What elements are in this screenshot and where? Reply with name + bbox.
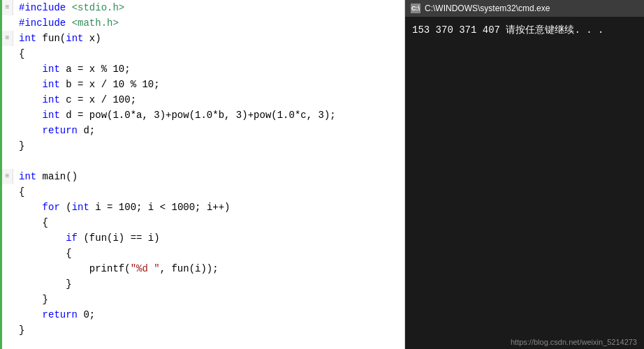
code-line-4: { [2,46,404,61]
code-editor: ≡ #include <stdio.h> #include <math.h> ≡… [0,0,405,349]
code-line-2: #include <math.h> [2,15,404,31]
code-line-22: } [2,322,404,338]
line-content-5: int a = x % 10; [13,61,131,77]
line-content-1: #include <stdio.h> [13,0,124,15]
code-line-18: printf("%d ", fun(i)); [2,261,404,276]
code-line-14: for (int i = 100; i < 1000; i++) [2,200,404,215]
terminal-body: 153 370 371 407 请按任意键继续. . . [405,17,644,335]
terminal-panel: C:\ C:\WINDOWS\system32\cmd.exe 153 370 … [405,0,644,349]
code-content: ≡ #include <stdio.h> #include <math.h> ≡… [0,0,404,349]
line-content-8: int d = pow(1.0*a, 3)+pow(1.0*b, 3)+pow(… [13,107,336,123]
line-content-21: return 0; [13,307,95,322]
terminal-icon: C:\ [411,3,420,13]
gutter-1: ≡ [2,0,13,15]
line-content-14: for (int i = 100; i < 1000; i++) [13,200,230,215]
line-content-16: if (fun(i) == i) [13,230,160,246]
code-line-16: if (fun(i) == i) [2,230,404,246]
line-content-6: int b = x / 10 % 10; [13,77,160,92]
code-line-11 [2,154,404,169]
line-content-18: printf("%d ", fun(i)); [13,261,219,276]
line-content-12: int main() [13,169,78,184]
line-content-2: #include <math.h> [13,15,119,31]
terminal-footer: https://blog.csdn.net/weixin_5214273 [405,335,644,349]
line-content-19: } [13,276,72,292]
line-content-20: } [13,292,48,307]
code-line-7: int c = x / 100; [2,92,404,107]
terminal-output: 153 370 371 407 请按任意键继续. . . [412,24,603,36]
line-content-4: { [13,46,24,61]
code-line-3: ≡ int fun(int x) [2,31,404,46]
code-line-9: return d; [2,123,404,138]
gutter-3: ≡ [2,31,13,46]
line-content-7: int c = x / 100; [13,92,136,107]
code-line-17: { [2,246,404,261]
line-content-13: { [13,184,24,200]
code-line-1: ≡ #include <stdio.h> [2,0,404,15]
code-line-13: { [2,184,404,200]
code-line-6: int b = x / 10 % 10; [2,77,404,92]
code-line-21: return 0; [2,307,404,322]
code-line-8: int d = pow(1.0*a, 3)+pow(1.0*b, 3)+pow(… [2,107,404,123]
gutter-12: ≡ [2,169,13,184]
code-line-10: } [2,138,404,154]
line-content-22: } [13,322,24,338]
terminal-footer-text: https://blog.csdn.net/weixin_5214273 [511,338,637,346]
code-line-5: int a = x % 10; [2,61,404,77]
line-content-9: return d; [13,123,95,138]
line-content-17: { [13,246,72,261]
terminal-titlebar: C:\ C:\WINDOWS\system32\cmd.exe [405,0,644,17]
code-line-19: } [2,276,404,292]
line-content-11 [13,154,24,169]
code-line-15: { [2,215,404,230]
terminal-title: C:\WINDOWS\system32\cmd.exe [425,3,550,13]
line-content-3: int fun(int x) [13,31,101,46]
line-content-10: } [13,138,24,154]
line-content-15: { [13,215,48,230]
code-line-12: ≡ int main() [2,169,404,184]
code-line-20: } [2,292,404,307]
